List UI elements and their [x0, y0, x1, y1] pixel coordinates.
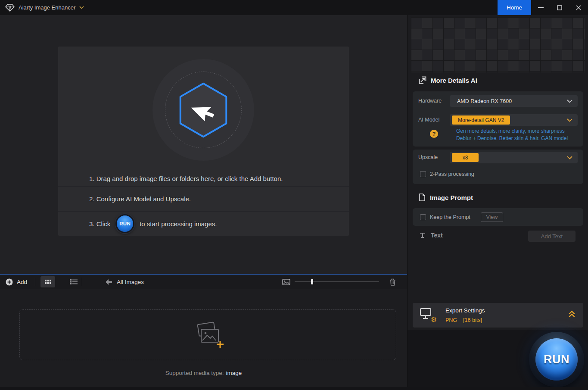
- ai-model-description-line1: Gen more details, more clarity, more sha…: [456, 128, 579, 135]
- close-icon: [576, 5, 581, 10]
- image-prompt-header: Image Prompt: [419, 193, 473, 201]
- ai-model-description-line2: Deblur + Denoise. Better skin & hair. GA…: [456, 135, 579, 142]
- run-badge-label: RUN: [119, 221, 131, 226]
- export-format: PNG: [445, 317, 457, 323]
- export-settings-title: Export Settings: [445, 307, 485, 314]
- titlebar: Aiarty Image Enhancer Home: [0, 0, 588, 15]
- supported-value: image: [226, 370, 242, 376]
- more-details-title: More Details AI: [431, 77, 477, 84]
- back-arrow-icon: [106, 279, 112, 285]
- app-logo-icon: [5, 3, 15, 12]
- app-title: Aiarty Image Enhancer: [19, 4, 75, 11]
- settings-sidebar: More Details AI Hardware AMD Radeon RX 7…: [407, 15, 588, 390]
- instruction-step-1: 1. Drag and drop image files or folders …: [89, 175, 283, 182]
- keep-prompt-label: Keep the Prompt: [430, 214, 470, 220]
- all-images-label: All Images: [117, 279, 144, 285]
- app-body: 1. Drag and drop image files or folders …: [0, 15, 588, 390]
- instruction-step-3-prefix: 3. Click: [89, 220, 110, 228]
- home-button[interactable]: Home: [498, 0, 531, 15]
- ai-model-select[interactable]: More-detail GAN V2: [450, 114, 578, 126]
- export-format-row: PNG [16 bits]: [445, 317, 482, 323]
- upscale-value-badge: x8: [452, 153, 479, 162]
- workspace-canvas: 1. Drag and drop image files or folders …: [0, 15, 407, 274]
- chevron-down-icon: [567, 156, 572, 159]
- ai-model-value-badge: More-detail GAN V2: [452, 115, 510, 125]
- two-pass-label: 2-Pass processing: [430, 171, 474, 177]
- two-pass-checkbox-row[interactable]: 2-Pass processing: [420, 171, 474, 177]
- instruction-step-3: 3. Click RUN to start processing images.: [58, 211, 349, 236]
- gear-icon: ⚙: [431, 316, 437, 323]
- image-prompt-title: Image Prompt: [430, 194, 473, 201]
- app-menu[interactable]: Aiarty Image Enhancer: [0, 3, 84, 12]
- run-button[interactable]: RUN: [529, 332, 584, 387]
- resize-icon: [419, 76, 426, 84]
- run-button-face: RUN: [535, 338, 578, 381]
- text-tool-icon: [419, 232, 426, 239]
- titlebar-controls: Home: [498, 0, 588, 15]
- export-settings-icon: ⚙: [420, 308, 435, 322]
- supported-media-note: Supported media type:image: [0, 370, 407, 376]
- ai-model-description: Gen more details, more clarity, more sha…: [456, 128, 579, 142]
- add-plus-icon: [6, 278, 13, 286]
- main-toolbar: Add: [0, 274, 407, 289]
- slider-track[interactable]: [295, 281, 379, 282]
- upscale-select[interactable]: x8: [450, 152, 578, 163]
- chevron-down-icon: [567, 100, 572, 103]
- list-view-button[interactable]: [66, 276, 81, 287]
- window-bottom-edge: [0, 387, 588, 390]
- logo-zone: 1. Drag and drop image files or folders …: [58, 47, 349, 186]
- close-button[interactable]: [569, 0, 588, 15]
- collapse-export-button[interactable]: [568, 310, 576, 318]
- add-text-button[interactable]: Add Text: [528, 231, 576, 242]
- cursor-hexagon-icon: [171, 78, 236, 142]
- text-section-label: Text: [431, 232, 443, 239]
- add-button-label: Add: [17, 279, 27, 285]
- upscale-label: Upscale: [418, 154, 438, 160]
- file-list-area: Supported media type:image: [0, 289, 407, 390]
- chevron-down-icon: [567, 119, 572, 122]
- drop-target-card[interactable]: 1. Drag and drop image files or folders …: [58, 47, 349, 236]
- maximize-icon: [557, 5, 562, 10]
- minimize-button[interactable]: [531, 0, 550, 15]
- trash-icon: [389, 278, 396, 286]
- supported-prefix: Supported media type:: [165, 370, 224, 376]
- add-photos-icon: [192, 321, 224, 348]
- double-chevron-up-icon: [568, 310, 576, 318]
- model-settings-panel: Hardware AMD Radeon RX 7600 AI Model Mor…: [413, 91, 583, 147]
- ai-model-help-button[interactable]: ?: [430, 130, 438, 138]
- hardware-select[interactable]: AMD Radeon RX 7600: [450, 95, 578, 107]
- slider-handle[interactable]: [311, 279, 313, 284]
- keep-prompt-checkbox[interactable]: [420, 214, 426, 220]
- export-bit-depth: [16 bits]: [463, 317, 482, 323]
- document-icon: [419, 193, 426, 201]
- minimize-icon: [538, 7, 544, 8]
- thumbnail-size-slider[interactable]: [295, 279, 379, 285]
- toolbar-separator: [35, 278, 35, 286]
- grid-view-icon: [45, 280, 51, 284]
- view-prompt-button[interactable]: View: [481, 212, 503, 222]
- add-images-dropzone[interactable]: [19, 309, 396, 360]
- maximize-button[interactable]: [550, 0, 569, 15]
- chevron-down-icon: [79, 6, 84, 9]
- grid-view-button[interactable]: [40, 276, 55, 287]
- more-details-header: More Details AI: [419, 76, 477, 84]
- prompt-panel: Keep the Prompt View: [413, 208, 583, 226]
- preview-grid: [411, 17, 585, 72]
- ai-model-label: AI Model: [418, 117, 439, 123]
- two-pass-checkbox[interactable]: [420, 171, 426, 177]
- hardware-value: AMD Radeon RX 7600: [457, 98, 512, 104]
- instruction-step-2: 2. Configure AI Model and Upscale.: [58, 186, 349, 211]
- list-view-icon: [70, 279, 78, 284]
- add-button[interactable]: Add: [0, 278, 35, 286]
- all-images-filter[interactable]: All Images: [106, 279, 144, 285]
- instruction-step-3-suffix: to start processing images.: [140, 220, 217, 228]
- delete-all-button[interactable]: [389, 278, 396, 286]
- upscale-panel: Upscale x8 2-Pass processing: [413, 150, 583, 184]
- thumbnail-size-icon: [282, 279, 290, 285]
- hardware-label: Hardware: [418, 98, 442, 104]
- app-window: Aiarty Image Enhancer Home: [0, 0, 588, 390]
- run-badge: RUN: [115, 214, 134, 233]
- toolbar-separator: [81, 278, 81, 286]
- export-settings-panel[interactable]: ⚙ Export Settings PNG [16 bits]: [413, 303, 583, 328]
- main-panel: 1. Drag and drop image files or folders …: [0, 15, 407, 390]
